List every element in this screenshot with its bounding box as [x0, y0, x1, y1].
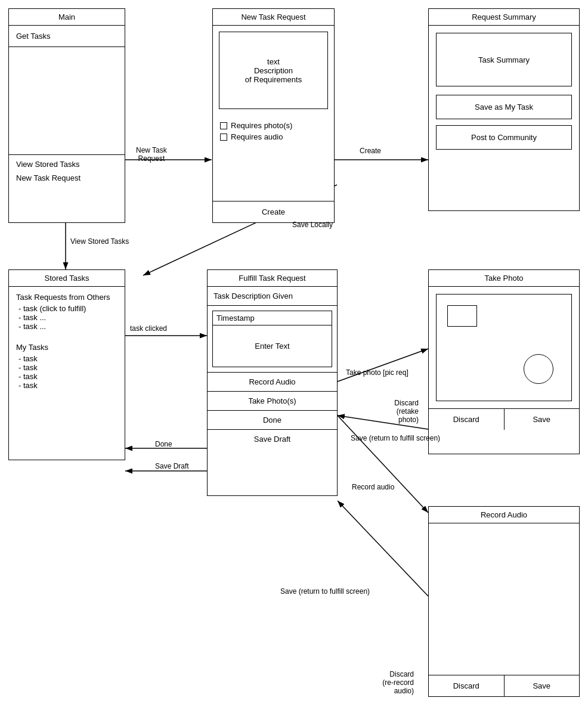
take-photo-title: Take Photo: [429, 270, 579, 287]
main-title: Main: [9, 9, 125, 26]
main-screen: Main Get Tasks View Stored Tasks New Tas…: [8, 8, 125, 223]
discard-retake-label: Discard (retake photo): [386, 390, 419, 432]
done-arrow-label: Done: [155, 440, 172, 448]
new-task-request-screen: New Task Request text Description of Req…: [212, 8, 335, 223]
record-audio-title: Record Audio: [429, 507, 579, 523]
create-btn[interactable]: Create: [219, 207, 328, 216]
save-locally-label: Save Locally: [292, 221, 333, 229]
my-tasks-items[interactable]: - task - task - task - task: [16, 354, 117, 390]
take-photo-screen: Take Photo Discard Save: [428, 269, 580, 454]
stored-tasks-title: Stored Tasks: [9, 270, 125, 287]
record-audio-arrow-label: Record audio: [352, 483, 394, 491]
requires-photos-checkbox[interactable]: [220, 122, 227, 129]
req-label: of Requirements: [245, 75, 302, 84]
requires-audio-label: Requires audio: [231, 132, 283, 141]
record-audio-save-btn[interactable]: Save: [505, 675, 580, 696]
save-draft-arrow-label: Save Draft: [155, 462, 189, 470]
save-as-my-task-btn[interactable]: Save as My Task: [436, 95, 572, 119]
diagram-container: Main Get Tasks View Stored Tasks New Tas…: [0, 0, 588, 710]
my-tasks-header: My Tasks: [16, 343, 117, 352]
record-audio-btn[interactable]: Record Audio: [213, 377, 331, 386]
task-description-given: Task Description Given: [213, 292, 331, 300]
fulfill-task-screen: Fulfill Task Request Task Description Gi…: [207, 269, 338, 496]
discard-rerecord-label: Discard (re-record audio): [382, 662, 414, 703]
view-stored-tasks-arrow-label: View Stored Tasks: [70, 237, 129, 246]
enter-text-label[interactable]: Enter Text: [213, 325, 332, 367]
save-draft-btn[interactable]: Save Draft: [213, 435, 331, 444]
take-photo-arrow-label: Take photo [pic req]: [346, 368, 408, 377]
take-photo-discard-btn[interactable]: Discard: [429, 409, 505, 430]
take-photos-btn[interactable]: Take Photo(s): [213, 396, 331, 405]
save-return-fulfill2-label: Save (return to fulfill screen): [280, 587, 370, 596]
get-tasks-label[interactable]: Get Tasks: [16, 32, 117, 41]
take-photo-save-btn[interactable]: Save: [505, 409, 580, 430]
record-audio-discard-btn[interactable]: Discard: [429, 675, 505, 696]
new-task-request-arrow-label: New Task Request: [136, 146, 167, 163]
svg-line-11: [338, 501, 428, 596]
task-requests-header: Task Requests from Others: [16, 293, 117, 302]
requires-audio-row[interactable]: Requires audio: [220, 132, 327, 141]
task-clicked-label: task clicked: [130, 324, 167, 333]
timestamp-label: Timestamp: [213, 311, 332, 325]
requires-photos-row[interactable]: Requires photo(s): [220, 121, 327, 130]
new-task-request-btn[interactable]: New Task Request: [16, 173, 117, 182]
task-summary-box: Task Summary: [436, 33, 572, 86]
text-label: text: [267, 57, 280, 66]
request-summary-title: Request Summary: [429, 9, 579, 26]
desc-label: Description: [254, 66, 293, 75]
description-box[interactable]: text Description of Requirements: [219, 32, 328, 109]
text-entry-box[interactable]: Timestamp Enter Text: [212, 311, 332, 367]
fulfill-task-title: Fulfill Task Request: [208, 270, 337, 287]
post-to-community-btn[interactable]: Post to Community: [436, 125, 572, 150]
new-task-request-title: New Task Request: [213, 9, 334, 26]
create-arrow-label: Create: [360, 147, 381, 155]
done-btn[interactable]: Done: [213, 416, 331, 424]
request-summary-screen: Request Summary Task Summary Save as My …: [428, 8, 580, 211]
task-summary-label: Task Summary: [478, 55, 530, 64]
requires-audio-checkbox[interactable]: [220, 134, 227, 141]
record-audio-screen: Record Audio Discard Save: [428, 506, 580, 697]
stored-tasks-screen: Stored Tasks Task Requests from Others -…: [8, 269, 125, 460]
requires-photos-label: Requires photo(s): [231, 121, 292, 130]
save-return-fulfill-label: Save (return to fulfill screen): [351, 434, 440, 442]
task-requests-items[interactable]: - task (click to fulfill) - task ... - t…: [16, 304, 117, 331]
view-stored-tasks-btn[interactable]: View Stored Tasks: [16, 160, 117, 169]
